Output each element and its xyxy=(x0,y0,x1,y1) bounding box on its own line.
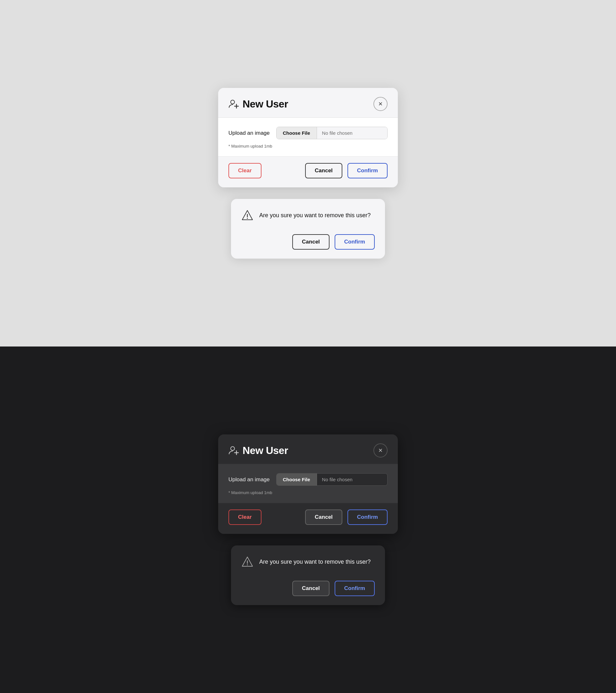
alert-footer-dark: Cancel Confirm xyxy=(231,576,385,605)
modal-footer-light: Clear Cancel Confirm xyxy=(218,156,398,187)
warning-icon-light xyxy=(241,209,254,221)
modal-header-dark: New User × xyxy=(218,434,398,464)
file-input-wrapper-dark: Choose File No file chosen xyxy=(276,473,388,486)
user-plus-icon-light xyxy=(228,99,239,110)
new-user-modal-dark: New User × Upload an image Choose File N… xyxy=(218,434,398,534)
close-button-dark[interactable]: × xyxy=(374,443,388,457)
cancel-button-light[interactable]: Cancel xyxy=(305,163,342,178)
modal-body-dark: Upload an image Choose File No file chos… xyxy=(218,464,398,503)
alert-message-light: Are you sure you want to remove this use… xyxy=(259,212,371,219)
modal-title-light: New User xyxy=(242,98,288,110)
upload-label-light: Upload an image xyxy=(228,130,270,136)
footer-right-btns-light: Cancel Confirm xyxy=(305,163,388,178)
new-user-modal-light: New User × Upload an image Choose File N… xyxy=(218,88,398,187)
cancel-button-dark[interactable]: Cancel xyxy=(305,510,342,525)
header-title-group-light: New User xyxy=(228,98,288,110)
choose-file-button-dark[interactable]: Choose File xyxy=(277,474,317,486)
modal-header-light: New User × xyxy=(218,88,398,118)
modal-title-dark: New User xyxy=(242,445,288,457)
max-upload-note-light: * Maximum upload 1mb xyxy=(228,144,388,148)
modal-body-light: Upload an image Choose File No file chos… xyxy=(218,118,398,156)
svg-point-9 xyxy=(247,565,248,565)
alert-dialog-light: Are you sure you want to remove this use… xyxy=(231,199,385,259)
svg-point-0 xyxy=(231,100,235,104)
alert-body-light: Are you sure you want to remove this use… xyxy=(231,199,385,229)
alert-dialog-dark: Are you sure you want to remove this use… xyxy=(231,546,385,605)
no-file-text-light: No file chosen xyxy=(317,127,387,139)
file-upload-row-dark: Upload an image Choose File No file chos… xyxy=(228,473,388,486)
alert-confirm-button-dark[interactable]: Confirm xyxy=(335,581,375,596)
confirm-button-dark[interactable]: Confirm xyxy=(347,510,388,525)
close-button-light[interactable]: × xyxy=(374,97,388,111)
header-title-group-dark: New User xyxy=(228,445,288,457)
clear-button-dark[interactable]: Clear xyxy=(228,510,261,525)
svg-point-5 xyxy=(231,447,235,451)
light-theme-section: New User × Upload an image Choose File N… xyxy=(0,0,616,346)
no-file-text-dark: No file chosen xyxy=(317,474,387,486)
dark-theme-section: New User × Upload an image Choose File N… xyxy=(0,346,616,693)
choose-file-button-light[interactable]: Choose File xyxy=(277,127,317,139)
alert-footer-light: Cancel Confirm xyxy=(231,229,385,259)
upload-label-dark: Upload an image xyxy=(228,476,270,483)
user-plus-icon-dark xyxy=(228,445,239,456)
alert-message-dark: Are you sure you want to remove this use… xyxy=(259,559,371,565)
alert-body-dark: Are you sure you want to remove this use… xyxy=(231,546,385,576)
warning-icon-dark xyxy=(241,556,254,568)
footer-right-btns-dark: Cancel Confirm xyxy=(305,510,388,525)
alert-cancel-button-dark[interactable]: Cancel xyxy=(292,581,330,596)
confirm-button-light[interactable]: Confirm xyxy=(347,163,388,178)
modal-footer-dark: Clear Cancel Confirm xyxy=(218,503,398,534)
file-upload-row-light: Upload an image Choose File No file chos… xyxy=(228,127,388,139)
alert-confirm-button-light[interactable]: Confirm xyxy=(335,234,375,250)
max-upload-note-dark: * Maximum upload 1mb xyxy=(228,490,388,495)
file-input-wrapper-light: Choose File No file chosen xyxy=(276,127,388,139)
alert-cancel-button-light[interactable]: Cancel xyxy=(292,234,330,250)
clear-button-light[interactable]: Clear xyxy=(228,163,261,178)
svg-point-4 xyxy=(247,218,248,219)
